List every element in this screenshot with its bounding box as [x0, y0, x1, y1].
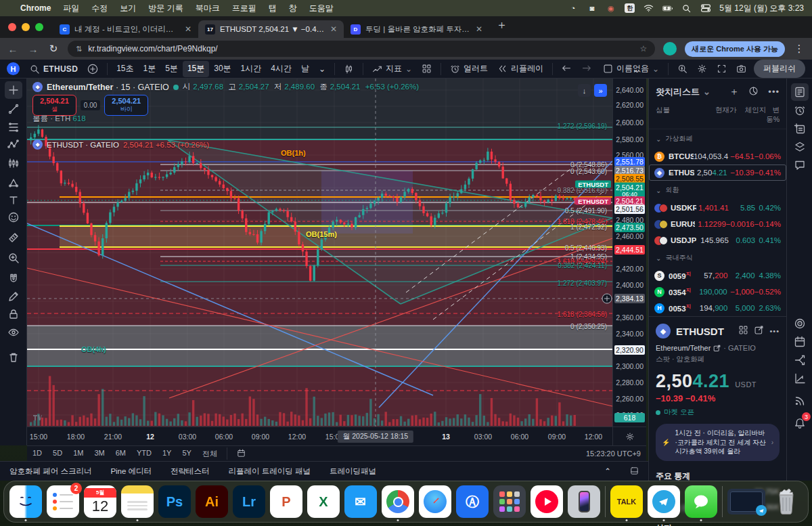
calendar-panel-icon[interactable] [791, 333, 809, 351]
trend-tool-icon[interactable] [5, 100, 22, 118]
tab-close-icon[interactable]: ✕ [476, 24, 482, 34]
symbol-search-button[interactable]: ETHUSD [25, 61, 83, 77]
tab-close-icon[interactable]: ✕ [185, 24, 191, 34]
interval-button[interactable]: 날 [296, 61, 314, 77]
chat-panel-icon[interactable] [791, 156, 809, 174]
range-button[interactable]: 1Y [157, 449, 177, 459]
magnet-tool-icon[interactable] [5, 269, 22, 287]
clock-utc[interactable]: 15:23:20 UTC+9 [581, 450, 646, 458]
menubar-item[interactable]: 방문 기록 [148, 3, 183, 13]
watchlist-section[interactable]: ⌄가상화폐 [649, 129, 786, 148]
lock-tool-icon[interactable] [5, 305, 22, 323]
dock-notes[interactable] [121, 485, 154, 518]
indicator-templates-button[interactable] [417, 61, 436, 77]
layout-select-button[interactable]: 이름없음 ⌄ [598, 61, 664, 77]
input-source-icon[interactable]: 한 [625, 3, 635, 13]
settings-button[interactable] [692, 61, 712, 77]
volume-legend[interactable]: 볼륨 · ETH 618 [32, 114, 86, 124]
layers-panel-icon[interactable] [791, 138, 809, 156]
back-icon[interactable]: ← [7, 43, 19, 55]
menubar-item[interactable]: 북마크 [196, 3, 220, 13]
dock-lightroom[interactable]: Lr [233, 485, 265, 518]
dock-minimized-window[interactable] [727, 489, 765, 514]
menubar-item[interactable]: 도움말 [309, 3, 334, 13]
overlay-legend[interactable]: ◆ ETHUSDT · GATEIO 2,504.21 +6.53 (+0.26… [32, 139, 209, 150]
alarm-panel-icon[interactable] [791, 102, 809, 119]
browser-tab[interactable]: C내 계정 - 비트코인, 이더리움 매매✕ [53, 20, 198, 38]
fullscreen-button[interactable] [712, 61, 731, 77]
replay-button[interactable]: 리플레이 [493, 61, 548, 77]
interval-button[interactable]: 15초 [112, 61, 138, 77]
wifi-icon[interactable] [644, 4, 654, 13]
forecast-tool-icon[interactable] [5, 154, 22, 172]
dock-powerpoint[interactable]: P [270, 485, 302, 518]
watchlist-row[interactable]: EURUS1.12299−0.0016−0.14% [649, 216, 786, 232]
menubar-item[interactable]: 창 [289, 3, 297, 13]
bottom-tab-button[interactable]: 트레이딩패널 [320, 466, 386, 477]
dock-excel[interactable]: X [307, 485, 340, 518]
bottom-tab-button[interactable]: 리플레이 트레이딩 패널 [219, 466, 320, 477]
snapshot-button[interactable] [731, 61, 751, 77]
sell-button[interactable]: 2,504.21셀 [32, 95, 76, 116]
site-settings-icon[interactable]: ⇅ [76, 45, 82, 53]
watchlist-row[interactable]: ◆ETHUS2,504.21−10.39−0.41% [649, 165, 786, 181]
menubar-clock[interactable]: 5월 12일 (월) 오후 3:23 [719, 3, 804, 14]
range-button[interactable]: 1D [27, 449, 47, 459]
interval-button[interactable]: 30분 [209, 61, 235, 77]
chart-legend[interactable]: ◆ Ethereum/Tether · 15 · GATEIO 시2,497.6… [32, 82, 422, 92]
dock-reminders[interactable]: 2 [47, 485, 79, 518]
bookmark-star-icon[interactable]: ☆ [640, 44, 648, 53]
range-button[interactable]: 1M [68, 449, 89, 459]
zoom-window-button[interactable] [35, 23, 43, 31]
indicators-button[interactable]: 지표 ⌄ [367, 61, 417, 77]
chart-canvas[interactable] [27, 79, 612, 426]
symbol-title[interactable]: ETHUSDT [676, 326, 733, 337]
dock-mail[interactable]: ✉ [344, 485, 377, 518]
dock-launchpad[interactable] [493, 485, 526, 518]
browser-tab[interactable]: 17ETHUSDT 2,504.21 ▼ −0.41%✕ [198, 20, 344, 38]
split-panel-icon[interactable] [791, 351, 809, 369]
kebab-menu-icon[interactable]: ••• [769, 327, 780, 335]
market-status[interactable]: 마켓 오픈 [656, 408, 780, 417]
watchlist-row[interactable]: S0059지57,2002,4004.38% [649, 267, 786, 284]
watchlist-title[interactable]: 왓치리스트 [656, 86, 700, 98]
interval-button[interactable]: 1분 [139, 61, 161, 77]
profile-avatar[interactable] [663, 42, 677, 56]
dock-kakaotalk[interactable]: TALK [610, 485, 643, 518]
menubar-item[interactable]: 파일 [63, 3, 79, 13]
bottom-tab-button[interactable]: Pine 에디터 [101, 466, 161, 477]
legend-symbol[interactable]: Ethereum/Tether · 15 · GATEIO [47, 83, 169, 92]
browser-tab[interactable]: D투딩 | 올바른 암호화폐 투자의 모든✕ [344, 20, 489, 38]
forward-icon[interactable]: → [27, 43, 39, 55]
record-menulet-icon[interactable]: ◉ [606, 4, 616, 13]
watchlist-row[interactable]: ₿BTCUS104,053.4−64.51−0.06% [649, 148, 786, 165]
chrome-update-button[interactable]: 새로운 Chrome 사용 가능 [685, 41, 785, 57]
trash-tool-icon[interactable] [5, 349, 22, 366]
dock-calendar[interactable]: 5월12 [84, 485, 116, 518]
dock-safari[interactable] [419, 485, 451, 518]
dock-appstore[interactable]: Ⓐ [456, 485, 489, 518]
price-scale[interactable]: 2,640.002,620.002,600.002,580.002,560.00… [612, 79, 646, 426]
pattern-tool-icon[interactable] [5, 136, 22, 154]
menubar-item[interactable]: 보기 [120, 3, 136, 13]
redo-button[interactable] [577, 61, 596, 77]
ideas-panel-icon[interactable] [791, 315, 809, 332]
kebab-menu-icon[interactable]: ••• [768, 87, 780, 97]
menubar-app-name[interactable]: Chrome [20, 3, 51, 13]
bottom-tab-button[interactable]: 암호화폐 페어 스크리너 [0, 466, 101, 477]
dock-telegram[interactable] [648, 485, 680, 518]
quick-search-button[interactable] [673, 61, 692, 77]
range-button[interactable]: 6M [110, 449, 131, 459]
menubar-item[interactable]: 탭 [269, 3, 277, 13]
stream-panel-icon[interactable] [791, 392, 809, 410]
tab-close-icon[interactable]: ✕ [330, 24, 337, 34]
interval-button[interactable]: 15분 [183, 61, 209, 77]
close-window-button[interactable] [8, 23, 16, 31]
undo-button[interactable] [557, 61, 577, 77]
watchlist-section[interactable]: ⌄국내주식 [649, 248, 786, 267]
url-text[interactable]: kr.tradingview.com/chart/Pe9Ndkqp/ [88, 44, 217, 53]
interval-button[interactable]: 1시간 [236, 61, 267, 77]
stats-menulet-icon[interactable]: ◔ [568, 4, 578, 13]
bottom-tab-button[interactable]: 전략테스터 [161, 466, 219, 477]
compare-add-button[interactable] [83, 61, 103, 77]
